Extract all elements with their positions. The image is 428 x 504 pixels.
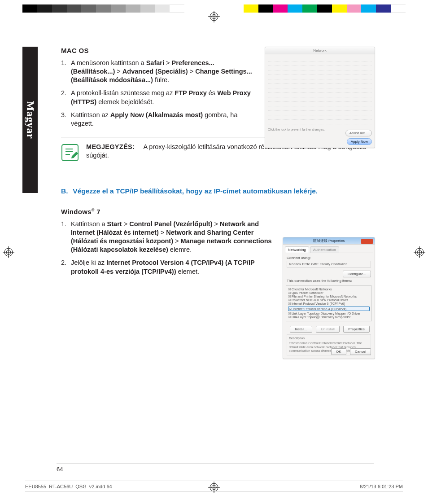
ok-button[interactable]: OK <box>331 348 346 355</box>
macos-window-title: Network <box>265 47 375 54</box>
step-item: 1.Kattintson a Start > Control Panel (Ve… <box>61 220 272 254</box>
slug-filename: EEU8555_RT-AC56U_QSG_v2.indd 64 <box>25 481 112 491</box>
note-icon <box>61 143 86 163</box>
step-item: 2.A protokoll-listán szüntesse meg az FT… <box>61 89 254 106</box>
page: Magyar MAC OS 1.A menüsoron kattintson a… <box>0 0 428 504</box>
connection-item[interactable]: ☑ Internet Protocol Version 4 (TCP/IPv4) <box>288 307 370 311</box>
step-text: Kattintson a Start > Control Panel (Vezé… <box>71 220 272 254</box>
properties-button[interactable]: Properties <box>343 326 369 333</box>
step-item: 3.Kattintson az Apply Now (Alkalmazás mo… <box>61 111 254 128</box>
connection-item[interactable]: ☑ Link-Layer Topology Discovery Responde… <box>288 316 370 319</box>
slug-timestamp: 8/21/13 6:01:23 PM <box>360 481 403 491</box>
connect-using-label: Connect using: <box>287 256 371 260</box>
lock-hint: Click the lock to prevent further change… <box>268 128 325 131</box>
connection-item[interactable]: ☑ Client for Microsoft Networks <box>288 288 370 291</box>
connection-items-list: ☑ Client for Microsoft Networks☑ QoS Pac… <box>286 285 372 321</box>
step-number: 1. <box>61 220 71 254</box>
close-icon[interactable] <box>361 239 373 244</box>
section-b-letter: B. <box>61 187 71 195</box>
macos-steps: 1.A menüsoron kattintson a Safari > Pref… <box>61 59 254 128</box>
cancel-button[interactable]: Cancel <box>350 348 371 355</box>
windows-heading: Windows® 7 <box>61 208 375 215</box>
section-b-text: Végezze el a TCP/IP beállításokat, hogy … <box>73 187 318 195</box>
windows-screenshot: 區域連線 Properties Networking Authenticatio… <box>283 237 375 359</box>
connection-item[interactable]: ☑ Internet Protocol Version 6 (TCP/IPv6) <box>288 302 370 306</box>
step-text: Jelölje ki az Internet Protocol Version … <box>71 259 272 276</box>
tab-networking[interactable]: Networking <box>285 246 309 253</box>
windows-steps: 1.Kattintson a Start > Control Panel (Ve… <box>61 220 272 276</box>
step-number: 1. <box>61 59 71 84</box>
step-text: A menüsoron kattintson a Safari > Prefer… <box>71 59 254 84</box>
footer-rule <box>57 464 374 464</box>
step-item: 1.A menüsoron kattintson a Safari > Pref… <box>61 59 254 84</box>
language-tab-label: Magyar <box>24 101 36 139</box>
install-button[interactable]: Install... <box>290 326 312 333</box>
connection-item[interactable]: ☑ File and Printer Sharing for Microsoft… <box>288 295 370 298</box>
step-text: A protokoll-listán szüntesse meg az FTP … <box>71 89 254 106</box>
connection-item[interactable]: ☑ Rawether NDIS 6.X SPR Protocol Driver <box>288 298 370 302</box>
adapter-field: Realtek PCIe GBE Family Controller <box>287 261 371 267</box>
step-number: 2. <box>61 259 71 276</box>
apply-now-button[interactable]: Apply Now <box>347 138 372 145</box>
tab-authentication[interactable]: Authentication <box>310 246 339 253</box>
step-item: 2.Jelölje ki az Internet Protocol Versio… <box>61 259 272 276</box>
step-number: 2. <box>61 89 71 106</box>
language-tab: Magyar <box>22 47 38 193</box>
page-number: 64 <box>57 466 63 473</box>
imposition-slug: EEU8555_RT-AC56U_QSG_v2.indd 64 8/21/13 … <box>25 481 403 491</box>
step-text: Kattintson az Apply Now (Alkalmazás most… <box>71 111 254 128</box>
connection-item[interactable]: ☑ QoS Packet Scheduler <box>288 291 370 295</box>
uses-following-label: This connection uses the following items… <box>287 279 371 283</box>
registration-mark-icon <box>208 11 220 22</box>
uninstall-button[interactable]: Uninstall <box>316 326 340 333</box>
step-number: 3. <box>61 111 71 128</box>
macos-screenshot: Network Click the lock to prevent furthe… <box>265 47 375 148</box>
assist-button[interactable]: Assist me... <box>345 130 372 136</box>
note-label: MEGJEGYZÉS: <box>86 143 135 150</box>
registration-mark-icon <box>414 246 425 258</box>
connection-item[interactable]: ☑ Link-Layer Topology Discovery Mapper I… <box>288 312 370 316</box>
registration-mark-icon <box>3 246 14 258</box>
section-b-heading: B. Végezze el a TCP/IP beállításokat, ho… <box>61 187 375 195</box>
configure-button[interactable]: Configure... <box>343 271 371 277</box>
